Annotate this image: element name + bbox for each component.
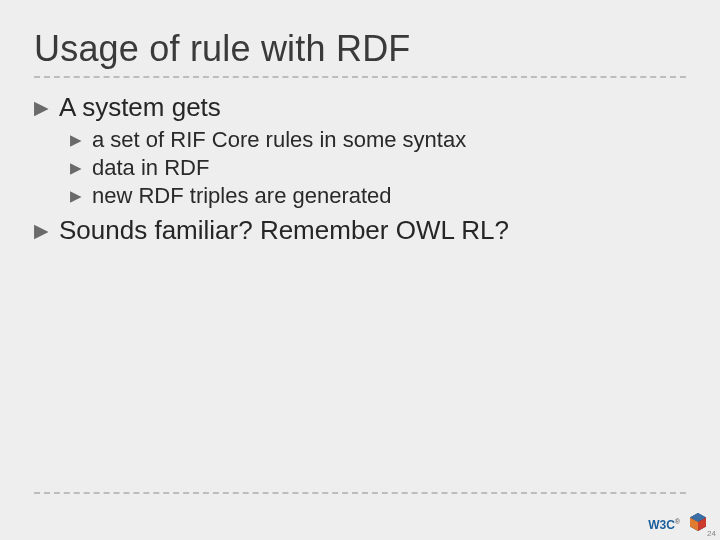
bullet-text: A system gets [59, 92, 221, 123]
slide-title: Usage of rule with RDF [34, 28, 686, 70]
bullet-text: a set of RIF Core rules in some syntax [92, 127, 466, 153]
bullet-text: data in RDF [92, 155, 209, 181]
bullet-level2: ▶ data in RDF [70, 155, 686, 181]
triangle-bullet-icon: ▶ [70, 132, 82, 147]
bullet-level2: ▶ a set of RIF Core rules in some syntax [70, 127, 686, 153]
w3c-logo-icon: W3C® [648, 518, 680, 532]
bullet-text: new RDF triples are generated [92, 183, 392, 209]
divider-bottom [34, 492, 686, 494]
triangle-bullet-icon: ▶ [34, 98, 49, 117]
slide: Usage of rule with RDF ▶ A system gets ▶… [0, 0, 720, 540]
bullet-level1: ▶ Sounds familiar? Remember OWL RL? [34, 215, 686, 246]
bullet-text: Sounds familiar? Remember OWL RL? [59, 215, 509, 246]
triangle-bullet-icon: ▶ [70, 160, 82, 175]
triangle-bullet-icon: ▶ [34, 221, 49, 240]
bullet-level1: ▶ A system gets [34, 92, 686, 123]
semantic-web-logo-icon [688, 512, 708, 532]
bullet-level2: ▶ new RDF triples are generated [70, 183, 686, 209]
triangle-bullet-icon: ▶ [70, 188, 82, 203]
footer-logos: W3C® [648, 512, 708, 532]
divider-top [34, 76, 686, 78]
page-number: 24 [707, 529, 716, 538]
